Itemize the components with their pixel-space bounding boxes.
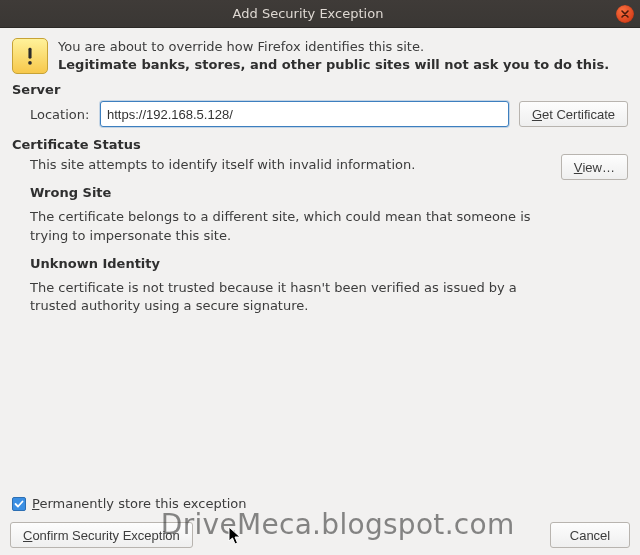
get-cert-accel: G (532, 107, 542, 122)
store-exception-row[interactable]: Permanently store this exception (12, 496, 247, 511)
dialog-footer: Confirm Security Exception Cancel (0, 515, 640, 555)
titlebar: Add Security Exception (0, 0, 640, 28)
view-accel: V (574, 160, 583, 175)
unknown-identity-body: The certificate is not trusted because i… (30, 279, 551, 315)
store-exception-label: Permanently store this exception (32, 496, 247, 511)
window-title: Add Security Exception (0, 6, 616, 21)
info-line-2: Legitimate banks, stores, and other publ… (58, 56, 609, 74)
view-label: iew… (582, 160, 615, 175)
info-line-1: You are about to override how Firefox id… (58, 38, 609, 56)
warning-icon (12, 38, 48, 74)
info-row: You are about to override how Firefox id… (12, 38, 628, 74)
cert-status-text: This site attempts to identify itself wi… (30, 156, 551, 325)
cert-status-header: Certificate Status (12, 137, 628, 152)
location-label: Location: (30, 107, 90, 122)
unknown-identity-header: Unknown Identity (30, 255, 551, 273)
cert-status-line: This site attempts to identify itself wi… (30, 156, 551, 174)
server-row: Location: Get Certificate (30, 101, 628, 127)
wrong-site-body: The certificate belongs to a different s… (30, 208, 551, 244)
cancel-button[interactable]: Cancel (550, 522, 630, 548)
checkmark-icon (14, 499, 24, 509)
close-icon (620, 9, 630, 19)
view-button[interactable]: View… (561, 154, 628, 180)
confirm-accel: C (23, 528, 32, 543)
close-button[interactable] (616, 5, 634, 23)
info-text: You are about to override how Firefox id… (58, 38, 609, 74)
wrong-site-header: Wrong Site (30, 184, 551, 202)
svg-point-1 (28, 61, 32, 65)
dialog-content: You are about to override how Firefox id… (0, 28, 640, 331)
confirm-label: onfirm Security Exception (32, 528, 179, 543)
server-header: Server (12, 82, 628, 97)
cert-status-row: This site attempts to identify itself wi… (12, 156, 628, 325)
store-exception-checkbox[interactable] (12, 497, 26, 511)
confirm-button[interactable]: Confirm Security Exception (10, 522, 193, 548)
svg-rect-0 (28, 48, 31, 59)
get-cert-label: et Certificate (542, 107, 615, 122)
get-certificate-button[interactable]: Get Certificate (519, 101, 628, 127)
location-input[interactable] (100, 101, 509, 127)
